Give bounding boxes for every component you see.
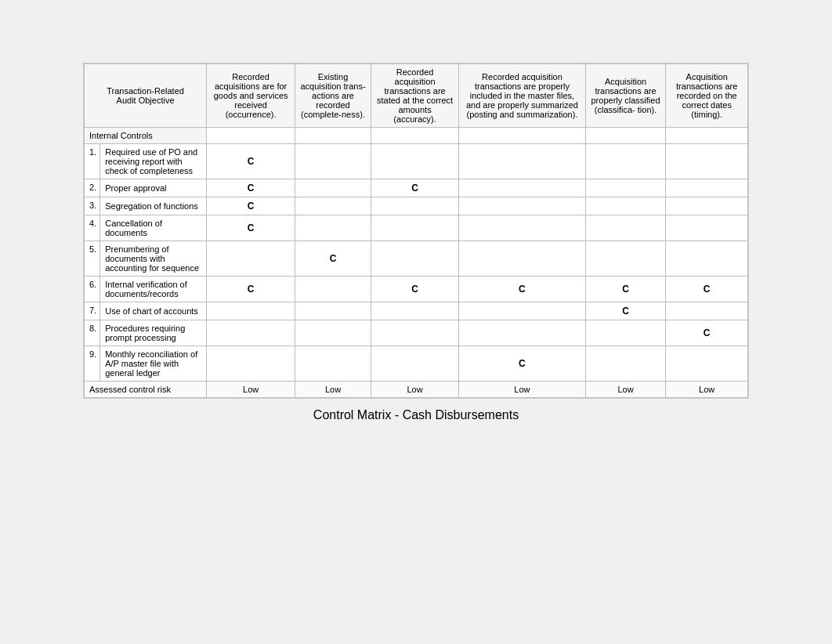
table-row: 4.Cancellation of documentsC — [85, 215, 748, 241]
row-num-3: 3. — [85, 197, 100, 215]
main-container: Transaction-Related Audit Objective Reco… — [83, 63, 749, 399]
row-num-4: 4. — [85, 215, 100, 241]
assessed-col6: Low — [666, 382, 748, 398]
cell-row4-col2 — [295, 215, 371, 241]
col3-header: Recorded acquisition transactions are st… — [371, 64, 458, 128]
cell-row1-col3 — [371, 144, 458, 179]
assessed-col2: Low — [295, 382, 371, 398]
cell-row2-col4 — [459, 179, 586, 197]
cell-row3-col5 — [585, 197, 666, 215]
row-label-6: Internal verification of documents/recor… — [100, 277, 207, 302]
col1-header: Recorded acquisitions are for goods and … — [207, 64, 295, 128]
cell-row1-col1: C — [207, 144, 295, 179]
cell-row5-col3 — [371, 241, 458, 277]
col5-header: Acquisition transactions are properly cl… — [585, 64, 666, 128]
cell-row9-col3 — [371, 346, 458, 382]
cell-row8-col1 — [207, 320, 295, 346]
cell-row4-col1: C — [207, 215, 295, 241]
cell-row1-col2 — [295, 144, 371, 179]
row-label-5: Prenumbering of documents with accountin… — [100, 241, 207, 277]
cell-row6-col3: C — [371, 277, 458, 302]
cell-row3-col1: C — [207, 197, 295, 215]
cell-row5-col4 — [459, 241, 586, 277]
cell-row6-col6: C — [666, 277, 748, 302]
table-row: 5.Prenumbering of documents with account… — [85, 241, 748, 277]
cell-row8-col6: C — [666, 320, 748, 346]
cell-row7-col4 — [459, 302, 586, 320]
assessed-col3: Low — [371, 382, 458, 398]
row-label-9: Monthly reconciliation of A/P master fil… — [100, 346, 207, 382]
table-row: 2.Proper approvalCC — [85, 179, 748, 197]
cell-row5-col1 — [207, 241, 295, 277]
col6-header: Acquisition transactions are recorded on… — [666, 64, 748, 128]
col2-header: Existing acquisition trans- actions are … — [295, 64, 371, 128]
col4-header: Recorded acquisition transactions are pr… — [459, 64, 586, 128]
row-num-8: 8. — [85, 320, 100, 346]
cell-row6-col2 — [295, 277, 371, 302]
table-row: 9.Monthly reconciliation of A/P master f… — [85, 346, 748, 382]
cell-row4-col4 — [459, 215, 586, 241]
cell-row7-col5: C — [585, 302, 666, 320]
transaction-related-label: Transaction-Related — [107, 86, 184, 96]
cell-row1-col4 — [459, 144, 586, 179]
cell-row9-col1 — [207, 346, 295, 382]
cell-row7-col1 — [207, 302, 295, 320]
assessed-risk-label: Assessed control risk — [85, 382, 207, 398]
cell-row5-col2: C — [295, 241, 371, 277]
cell-row3-col2 — [295, 197, 371, 215]
internal-controls-label: Internal Controls — [89, 131, 153, 140]
cell-row6-col4: C — [459, 277, 586, 302]
control-matrix-table: Transaction-Related Audit Objective Reco… — [84, 63, 748, 398]
assessed-col1: Low — [207, 382, 295, 398]
cell-row2-col1: C — [207, 179, 295, 197]
row-label-1: Required use of PO and receiving report … — [100, 144, 207, 179]
table-row: 8.Procedures requiring prompt processing… — [85, 320, 748, 346]
cell-row2-col2 — [295, 179, 371, 197]
cell-row1-col5 — [585, 144, 666, 179]
row-label-2: Proper approval — [100, 179, 207, 197]
row-label-7: Use of chart of accounts — [100, 302, 207, 320]
row-num-6: 6. — [85, 277, 100, 302]
cell-row9-col6 — [666, 346, 748, 382]
row-num-9: 9. — [85, 346, 100, 382]
audit-objective-label: Audit Objective — [117, 96, 175, 105]
row-num-1: 1. — [85, 144, 100, 179]
cell-row6-col1: C — [207, 277, 295, 302]
table-title: Control Matrix - Cash Disbursements — [313, 408, 519, 422]
cell-row7-col2 — [295, 302, 371, 320]
cell-row5-col6 — [666, 241, 748, 277]
table-row: 3.Segregation of functionsC — [85, 197, 748, 215]
cell-row6-col5: C — [585, 277, 666, 302]
cell-row4-col3 — [371, 215, 458, 241]
cell-row5-col5 — [585, 241, 666, 277]
assessed-col5: Low — [585, 382, 666, 398]
cell-row8-col2 — [295, 320, 371, 346]
transaction-related-header: Transaction-Related Audit Objective — [85, 64, 207, 128]
cell-row8-col3 — [371, 320, 458, 346]
assessed-control-risk-row: Assessed control risk Low Low Low Low Lo… — [85, 382, 748, 398]
row-label-8: Procedures requiring prompt processing — [100, 320, 207, 346]
cell-row2-col5 — [585, 179, 666, 197]
cell-row8-col5 — [585, 320, 666, 346]
assessed-col4: Low — [459, 382, 586, 398]
cell-row2-col3: C — [371, 179, 458, 197]
table-row: 1.Required use of PO and receiving repor… — [85, 144, 748, 179]
cell-row3-col6 — [666, 197, 748, 215]
table-row: 7.Use of chart of accountsC — [85, 302, 748, 320]
row-label-3: Segregation of functions — [100, 197, 207, 215]
cell-row3-col3 — [371, 197, 458, 215]
row-num-7: 7. — [85, 302, 100, 320]
cell-row4-col5 — [585, 215, 666, 241]
cell-row7-col6 — [666, 302, 748, 320]
cell-row9-col2 — [295, 346, 371, 382]
internal-controls-header: Internal Controls — [85, 128, 207, 144]
table-row: 6.Internal verification of documents/rec… — [85, 277, 748, 302]
cell-row1-col6 — [666, 144, 748, 179]
cell-row3-col4 — [459, 197, 586, 215]
cell-row7-col3 — [371, 302, 458, 320]
cell-row4-col6 — [666, 215, 748, 241]
cell-row2-col6 — [666, 179, 748, 197]
cell-row9-col5 — [585, 346, 666, 382]
cell-row8-col4 — [459, 320, 586, 346]
cell-row9-col4: C — [459, 346, 586, 382]
